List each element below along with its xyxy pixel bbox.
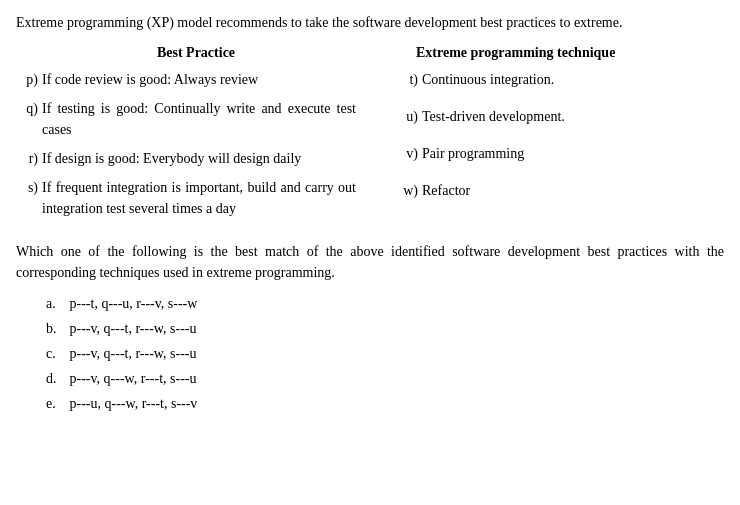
right-column-header: Extreme programming technique	[356, 45, 724, 61]
list-item: t) Continuous integration.	[396, 69, 724, 90]
right-column: t) Continuous integration. u) Test-drive…	[356, 69, 724, 227]
list-item: c. p---v, q---t, r---w, s---u	[46, 343, 724, 364]
list-item: s) If frequent integration is important,…	[16, 177, 356, 219]
item-label-v: v)	[396, 143, 418, 164]
list-item: w) Refactor	[396, 180, 724, 201]
question-paragraph: Which one of the following is the best m…	[16, 241, 724, 283]
option-label-a: a.	[46, 293, 66, 314]
item-text-q: If testing is good: Continually write an…	[42, 98, 356, 140]
item-text-s: If frequent integration is important, bu…	[42, 177, 356, 219]
option-text-c: p---v, q---t, r---w, s---u	[70, 346, 197, 361]
item-text-r: If design is good: Everybody will design…	[42, 148, 356, 169]
intro-paragraph: Extreme programming (XP) model recommend…	[16, 12, 724, 33]
left-column-header: Best Practice	[16, 45, 356, 61]
item-text-u: Test-driven development.	[422, 106, 724, 127]
columns-body: p) If code review is good: Always review…	[16, 69, 724, 227]
item-label-t: t)	[396, 69, 418, 90]
item-text-t: Continuous integration.	[422, 69, 724, 90]
list-item: d. p---v, q---w, r---t, s---u	[46, 368, 724, 389]
item-label-q: q)	[16, 98, 38, 140]
column-headers: Best Practice Extreme programming techni…	[16, 45, 724, 61]
item-label-s: s)	[16, 177, 38, 219]
item-label-r: r)	[16, 148, 38, 169]
option-text-b: p---v, q---t, r---w, s---u	[70, 321, 197, 336]
list-item: a. p---t, q---u, r---v, s---w	[46, 293, 724, 314]
list-item: p) If code review is good: Always review	[16, 69, 356, 90]
list-item: e. p---u, q---w, r---t, s---v	[46, 393, 724, 414]
item-label-p: p)	[16, 69, 38, 90]
list-item: u) Test-driven development.	[396, 106, 724, 127]
item-label-w: w)	[396, 180, 418, 201]
list-item: v) Pair programming	[396, 143, 724, 164]
option-text-e: p---u, q---w, r---t, s---v	[70, 396, 198, 411]
option-label-b: b.	[46, 318, 66, 339]
item-label-u: u)	[396, 106, 418, 127]
left-column: p) If code review is good: Always review…	[16, 69, 356, 227]
option-text-d: p---v, q---w, r---t, s---u	[70, 371, 197, 386]
answer-options: a. p---t, q---u, r---v, s---w b. p---v, …	[16, 293, 724, 414]
option-text-a: p---t, q---u, r---v, s---w	[70, 296, 198, 311]
list-item: b. p---v, q---t, r---w, s---u	[46, 318, 724, 339]
list-item: q) If testing is good: Continually write…	[16, 98, 356, 140]
option-label-c: c.	[46, 343, 66, 364]
option-label-e: e.	[46, 393, 66, 414]
item-text-w: Refactor	[422, 180, 724, 201]
option-label-d: d.	[46, 368, 66, 389]
list-item: r) If design is good: Everybody will des…	[16, 148, 356, 169]
item-text-p: If code review is good: Always review	[42, 69, 356, 90]
item-text-v: Pair programming	[422, 143, 724, 164]
